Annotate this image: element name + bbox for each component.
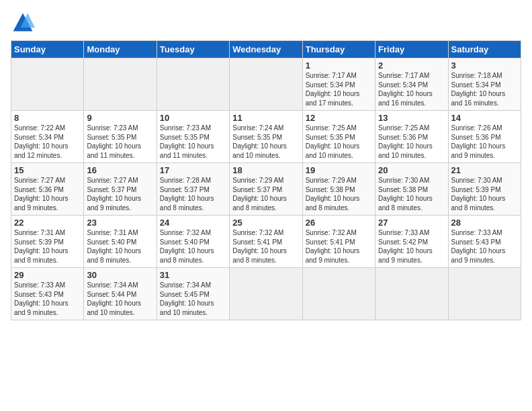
day-info: Sunrise: 7:25 AMSunset: 5:35 PMDaylight:… (306, 124, 360, 159)
calendar-cell (302, 268, 375, 320)
day-number: 24 (160, 218, 226, 228)
day-info: Sunrise: 7:23 AMSunset: 5:35 PMDaylight:… (160, 124, 214, 159)
day-header-saturday: Saturday (448, 41, 521, 58)
calendar-cell: 24Sunrise: 7:32 AMSunset: 5:40 PMDayligh… (157, 216, 229, 268)
day-info: Sunrise: 7:34 AMSunset: 5:45 PMDaylight:… (160, 281, 214, 316)
day-number: 15 (14, 165, 81, 175)
day-number: 23 (87, 218, 153, 228)
day-number: 8 (14, 113, 81, 123)
day-number: 26 (306, 218, 372, 228)
calendar-cell: 20Sunrise: 7:30 AMSunset: 5:38 PMDayligh… (375, 163, 448, 216)
day-number: 12 (306, 113, 372, 123)
calendar-cell: 29Sunrise: 7:33 AMSunset: 5:43 PMDayligh… (11, 268, 84, 320)
calendar-cell: 19Sunrise: 7:29 AMSunset: 5:38 PMDayligh… (302, 163, 375, 216)
day-number: 9 (87, 113, 153, 123)
calendar-cell: 28Sunrise: 7:33 AMSunset: 5:43 PMDayligh… (448, 216, 521, 268)
day-info: Sunrise: 7:18 AMSunset: 5:34 PMDaylight:… (451, 72, 506, 107)
day-number: 22 (14, 218, 81, 228)
day-info: Sunrise: 7:32 AMSunset: 5:41 PMDaylight:… (306, 229, 360, 264)
day-header-wednesday: Wednesday (230, 41, 302, 58)
calendar-cell: 27Sunrise: 7:33 AMSunset: 5:42 PMDayligh… (375, 216, 448, 268)
day-number: 19 (306, 165, 372, 175)
header-row: SundayMondayTuesdayWednesdayThursdayFrid… (11, 41, 521, 58)
day-number: 21 (451, 165, 518, 175)
day-number: 25 (232, 218, 299, 228)
day-header-sunday: Sunday (11, 41, 84, 58)
week-row-4: 22Sunrise: 7:31 AMSunset: 5:39 PMDayligh… (11, 216, 521, 268)
calendar-cell: 10Sunrise: 7:23 AMSunset: 5:35 PMDayligh… (157, 111, 229, 163)
day-info: Sunrise: 7:27 AMSunset: 5:36 PMDaylight:… (14, 177, 69, 212)
header (11, 8, 521, 35)
day-info: Sunrise: 7:28 AMSunset: 5:37 PMDaylight:… (160, 177, 214, 212)
day-number: 28 (451, 218, 518, 228)
day-info: Sunrise: 7:27 AMSunset: 5:37 PMDaylight:… (87, 177, 141, 212)
day-info: Sunrise: 7:17 AMSunset: 5:34 PMDaylight:… (306, 72, 360, 107)
calendar-cell: 9Sunrise: 7:23 AMSunset: 5:35 PMDaylight… (84, 111, 157, 163)
day-info: Sunrise: 7:31 AMSunset: 5:39 PMDaylight:… (14, 229, 69, 264)
day-number: 10 (160, 113, 226, 123)
calendar-cell (11, 58, 84, 111)
day-info: Sunrise: 7:29 AMSunset: 5:37 PMDaylight:… (232, 177, 287, 212)
day-number: 16 (87, 165, 153, 175)
day-info: Sunrise: 7:30 AMSunset: 5:39 PMDaylight:… (451, 177, 506, 212)
calendar-cell (230, 268, 302, 320)
day-info: Sunrise: 7:17 AMSunset: 5:34 PMDaylight:… (378, 72, 433, 107)
day-number: 13 (378, 113, 445, 123)
day-info: Sunrise: 7:32 AMSunset: 5:40 PMDaylight:… (160, 229, 214, 264)
calendar-cell: 22Sunrise: 7:31 AMSunset: 5:39 PMDayligh… (11, 216, 84, 268)
day-info: Sunrise: 7:23 AMSunset: 5:35 PMDaylight:… (87, 124, 141, 159)
day-header-monday: Monday (84, 41, 157, 58)
logo (11, 11, 38, 35)
calendar-cell: 8Sunrise: 7:22 AMSunset: 5:34 PMDaylight… (11, 111, 84, 163)
day-info: Sunrise: 7:32 AMSunset: 5:41 PMDaylight:… (232, 229, 287, 264)
day-info: Sunrise: 7:33 AMSunset: 5:42 PMDaylight:… (378, 229, 433, 264)
calendar-cell: 15Sunrise: 7:27 AMSunset: 5:36 PMDayligh… (11, 163, 84, 216)
calendar-cell: 17Sunrise: 7:28 AMSunset: 5:37 PMDayligh… (157, 163, 229, 216)
day-number: 2 (378, 60, 445, 71)
day-info: Sunrise: 7:24 AMSunset: 5:35 PMDaylight:… (232, 124, 287, 159)
day-number: 17 (160, 165, 226, 175)
calendar-cell (448, 268, 521, 320)
calendar-cell: 18Sunrise: 7:29 AMSunset: 5:37 PMDayligh… (230, 163, 302, 216)
day-info: Sunrise: 7:30 AMSunset: 5:38 PMDaylight:… (378, 177, 433, 212)
day-info: Sunrise: 7:26 AMSunset: 5:36 PMDaylight:… (451, 124, 506, 159)
day-number: 29 (14, 270, 81, 280)
day-info: Sunrise: 7:33 AMSunset: 5:43 PMDaylight:… (451, 229, 506, 264)
calendar-cell: 11Sunrise: 7:24 AMSunset: 5:35 PMDayligh… (230, 111, 302, 163)
day-number: 30 (87, 270, 153, 280)
calendar-cell: 25Sunrise: 7:32 AMSunset: 5:41 PMDayligh… (230, 216, 302, 268)
logo-icon (11, 11, 35, 35)
day-info: Sunrise: 7:29 AMSunset: 5:38 PMDaylight:… (306, 177, 360, 212)
day-number: 18 (232, 165, 299, 175)
day-number: 20 (378, 165, 445, 175)
calendar-cell: 30Sunrise: 7:34 AMSunset: 5:44 PMDayligh… (84, 268, 157, 320)
day-number: 1 (306, 60, 372, 71)
day-header-tuesday: Tuesday (157, 41, 229, 58)
calendar-cell: 23Sunrise: 7:31 AMSunset: 5:40 PMDayligh… (84, 216, 157, 268)
calendar-cell: 13Sunrise: 7:25 AMSunset: 5:36 PMDayligh… (375, 111, 448, 163)
day-info: Sunrise: 7:22 AMSunset: 5:34 PMDaylight:… (14, 124, 69, 159)
calendar-cell (230, 58, 302, 111)
calendar-cell: 12Sunrise: 7:25 AMSunset: 5:35 PMDayligh… (302, 111, 375, 163)
week-row-3: 15Sunrise: 7:27 AMSunset: 5:36 PMDayligh… (11, 163, 521, 216)
week-row-2: 8Sunrise: 7:22 AMSunset: 5:34 PMDaylight… (11, 111, 521, 163)
week-row-5: 29Sunrise: 7:33 AMSunset: 5:43 PMDayligh… (11, 268, 521, 320)
calendar-cell (375, 268, 448, 320)
calendar-cell: 16Sunrise: 7:27 AMSunset: 5:37 PMDayligh… (84, 163, 157, 216)
day-header-thursday: Thursday (302, 41, 375, 58)
calendar-container: SundayMondayTuesdayWednesdayThursdayFrid… (0, 0, 532, 327)
calendar-cell: 3Sunrise: 7:18 AMSunset: 5:34 PMDaylight… (448, 58, 521, 111)
day-info: Sunrise: 7:33 AMSunset: 5:43 PMDaylight:… (14, 281, 69, 316)
day-header-friday: Friday (375, 41, 448, 58)
week-row-1: 1Sunrise: 7:17 AMSunset: 5:34 PMDaylight… (11, 58, 521, 111)
calendar-cell: 31Sunrise: 7:34 AMSunset: 5:45 PMDayligh… (157, 268, 229, 320)
calendar-cell: 14Sunrise: 7:26 AMSunset: 5:36 PMDayligh… (448, 111, 521, 163)
day-number: 27 (378, 218, 445, 228)
calendar-cell: 21Sunrise: 7:30 AMSunset: 5:39 PMDayligh… (448, 163, 521, 216)
day-number: 31 (160, 270, 226, 280)
calendar-cell (157, 58, 229, 111)
calendar-cell: 1Sunrise: 7:17 AMSunset: 5:34 PMDaylight… (302, 58, 375, 111)
day-number: 3 (451, 60, 518, 71)
day-number: 14 (451, 113, 518, 123)
calendar-cell (84, 58, 157, 111)
